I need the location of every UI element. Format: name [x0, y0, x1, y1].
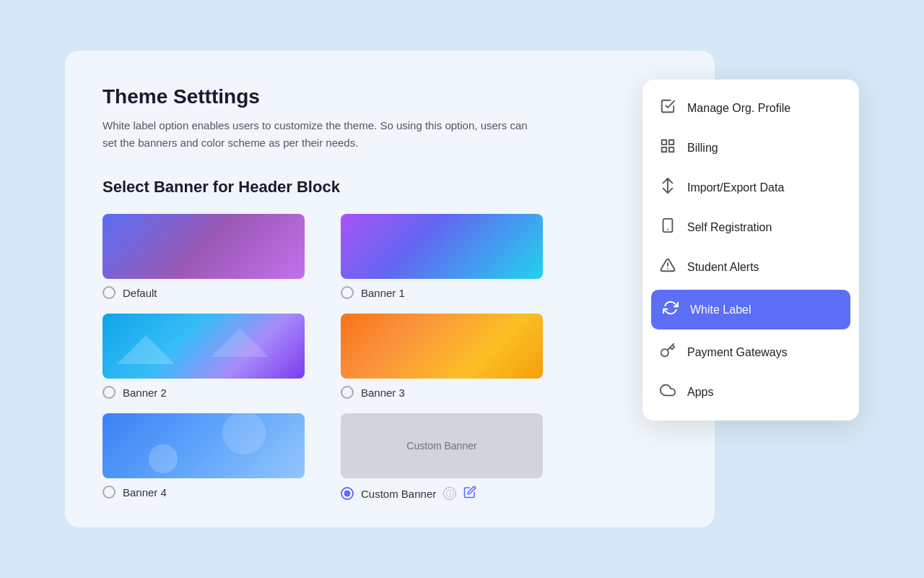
banner-radio-4[interactable]: Banner 4	[103, 486, 312, 499]
banner-grid: Default Banner 1 Banner 2	[103, 214, 550, 501]
menu-label-student-alerts: Student Alerts	[687, 261, 759, 274]
banner-preview-1	[341, 214, 543, 279]
tablet-icon	[660, 217, 676, 237]
section-title: Select Banner for Header Block	[103, 178, 677, 197]
menu-item-self-registration[interactable]: Self Registration	[642, 207, 859, 247]
banner-radio-default[interactable]: Default	[103, 286, 312, 299]
menu-label-import-export: Import/Export Data	[687, 181, 784, 194]
banner-item-custom: Custom Banner #radio-custom-el::after { …	[341, 413, 550, 501]
page-description: White label option enables users to cust…	[103, 117, 536, 152]
cloud-icon	[660, 382, 676, 402]
edit-icon[interactable]	[463, 486, 476, 501]
refresh-icon	[663, 300, 679, 319]
key-icon	[660, 342, 676, 362]
banner-radio-2[interactable]: Banner 2	[103, 386, 312, 399]
grid-icon	[660, 138, 676, 158]
banner-item-3: Banner 3	[341, 314, 550, 399]
radio-banner4[interactable]	[103, 486, 116, 499]
banner-preview-3	[341, 314, 543, 379]
svg-rect-3	[662, 147, 666, 152]
check-square-icon	[660, 98, 676, 118]
menu-item-payment-gateways[interactable]: Payment Gateways	[642, 332, 859, 372]
menu-item-manage-org-profile[interactable]: Manage Org. Profile	[642, 88, 859, 128]
menu-label-billing: Billing	[687, 142, 718, 155]
banner-item-2: Banner 2	[103, 314, 312, 399]
dropdown-menu: Manage Org. Profile Billing Import/Expor…	[642, 79, 859, 420]
banner-radio-1[interactable]: Banner 1	[341, 286, 550, 299]
menu-item-import-export[interactable]: Import/Export Data	[642, 168, 859, 207]
banner-preview-custom: Custom Banner	[341, 413, 543, 478]
radio-banner3[interactable]	[341, 386, 354, 399]
banner-preview-4	[103, 413, 305, 478]
radio-banner1[interactable]	[341, 286, 354, 299]
banner-radio-3[interactable]: Banner 3	[341, 386, 550, 399]
radio-default[interactable]	[103, 286, 116, 299]
svg-rect-0	[662, 140, 666, 144]
alert-triangle-icon	[660, 257, 676, 277]
menu-label-white-label: White Label	[690, 303, 751, 316]
main-card: Theme Setttings White label option enabl…	[65, 51, 715, 527]
menu-label-payment-gateways: Payment Gateways	[687, 346, 788, 359]
menu-label-apps: Apps	[687, 386, 713, 399]
info-icon[interactable]: ⓘ	[443, 487, 456, 500]
banner-preview-default	[103, 214, 305, 279]
menu-label-manage-org-profile: Manage Org. Profile	[687, 102, 790, 115]
page-title: Theme Setttings	[103, 85, 677, 108]
banner-preview-2	[103, 314, 305, 379]
menu-item-white-label[interactable]: White Label	[651, 290, 850, 329]
radio-banner2[interactable]	[103, 386, 116, 399]
svg-rect-1	[669, 140, 674, 144]
menu-item-apps[interactable]: Apps	[642, 372, 859, 412]
custom-banner-label-row: #radio-custom-el::after { content:''; po…	[341, 486, 550, 501]
arrows-updown-icon	[660, 178, 676, 197]
banner-item-4: Banner 4	[103, 413, 312, 501]
menu-item-student-alerts[interactable]: Student Alerts	[642, 247, 859, 287]
menu-label-self-registration: Self Registration	[687, 221, 772, 234]
banner-item-default: Default	[103, 214, 312, 299]
radio-custom[interactable]	[341, 487, 354, 500]
banner-item-1: Banner 1	[341, 214, 550, 299]
svg-rect-2	[669, 147, 674, 152]
menu-item-billing[interactable]: Billing	[642, 128, 859, 168]
